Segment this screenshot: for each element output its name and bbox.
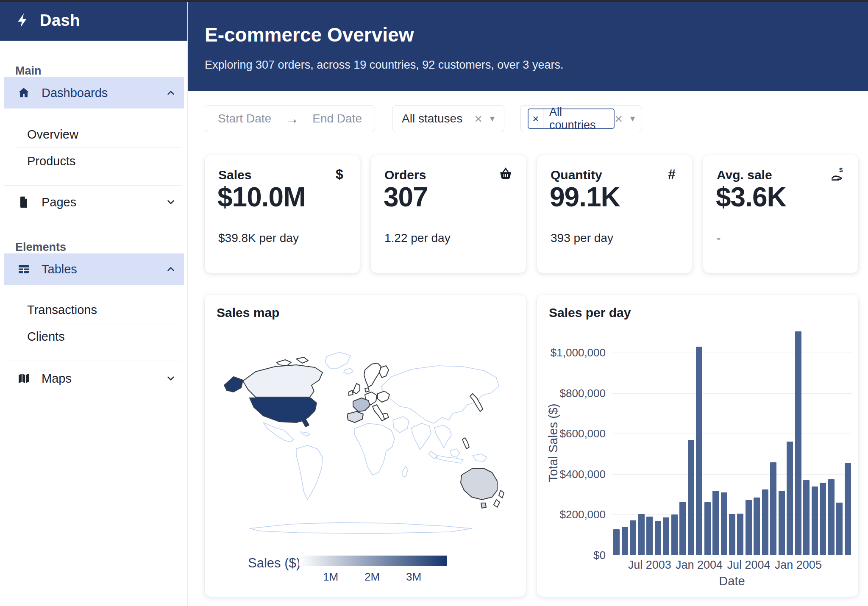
bar-2003-10[interactable] <box>671 514 678 555</box>
page-title: E-commerce Overview <box>205 23 414 46</box>
y-gridline <box>612 353 852 353</box>
bar-2005-01[interactable] <box>795 331 801 555</box>
clear-icon[interactable]: × <box>615 112 623 125</box>
bar-2003-12[interactable] <box>688 440 694 555</box>
sidebar-item-products[interactable]: Products <box>0 148 187 174</box>
sidebar-item-tables[interactable]: Tables <box>4 253 184 285</box>
sidebar-item-label: Transactions <box>27 303 97 317</box>
bar-2004-10[interactable] <box>770 462 776 555</box>
bar-2004-03[interactable] <box>712 491 719 555</box>
y-axis-title: Total Sales ($) <box>546 403 560 482</box>
bar-2004-06[interactable] <box>737 514 743 555</box>
kpi-label: Quantity <box>551 168 602 182</box>
page-header: E-commerce Overview Exploring 307 orders… <box>187 0 868 91</box>
sidebar-item-maps[interactable]: Maps <box>0 363 187 394</box>
app-logo[interactable]: Dash <box>0 0 187 41</box>
bar-2003-06[interactable] <box>638 514 645 555</box>
bar-2004-04[interactable] <box>721 492 727 555</box>
arctic-islands <box>277 360 291 366</box>
app-logo-text: Dash <box>40 11 80 30</box>
bar-2004-07[interactable] <box>746 500 752 555</box>
y-tick-label: $600,000 <box>560 427 606 440</box>
country-france <box>353 398 370 411</box>
start-date-input[interactable]: Start Date <box>218 112 271 125</box>
country-indonesia <box>436 456 463 463</box>
region-southeast-asia <box>434 425 451 448</box>
country-new-zealand <box>494 500 500 507</box>
chip-remove-icon[interactable]: × <box>529 109 543 128</box>
continent-antarctica <box>250 523 472 534</box>
sidebar-item-label: Maps <box>42 372 72 386</box>
map-icon <box>17 372 31 385</box>
bar-2005-06[interactable] <box>836 503 843 555</box>
bar-2003-11[interactable] <box>679 502 686 555</box>
kpi-card-sales: Sales $ $10.0M $39.8K per day <box>205 155 360 273</box>
end-date-input[interactable]: End Date <box>312 112 362 125</box>
sales-per-day-plot[interactable]: $0$200,000$400,000$600,000$800,000$1,000… <box>612 331 852 555</box>
country-greenland <box>325 352 351 368</box>
bar-2003-07[interactable] <box>646 517 653 555</box>
state-alaska <box>224 377 243 392</box>
bar-2005-02[interactable] <box>803 480 810 555</box>
country-india <box>412 423 431 450</box>
sidebar-item-clients[interactable]: Clients <box>0 323 187 350</box>
caret-down-icon[interactable]: ▾ <box>630 113 635 124</box>
x-tick-label: Jan 2004 <box>676 559 723 572</box>
date-range-picker[interactable]: Start Date → End Date <box>205 105 375 132</box>
sales-map-title: Sales map <box>217 306 279 320</box>
kpi-subtext: - <box>717 231 721 245</box>
lightning-icon <box>15 13 31 28</box>
window-top-edge <box>0 0 868 2</box>
sidebar-heading-main: Main <box>0 64 187 77</box>
bar-2005-07[interactable] <box>845 463 851 555</box>
sales-map-card: Sales map <box>205 295 526 597</box>
bar-2003-03[interactable] <box>613 529 620 555</box>
map-colorbar <box>299 556 447 566</box>
country-dropdown[interactable]: × All countries × ▾ <box>520 105 642 132</box>
caret-down-icon[interactable]: ▾ <box>490 113 495 124</box>
bar-2004-08[interactable] <box>754 498 760 555</box>
bar-2004-05[interactable] <box>729 514 735 556</box>
country-uk <box>353 384 360 394</box>
kpi-subtext: 1.22 per day <box>384 231 451 245</box>
bar-2005-05[interactable] <box>828 479 835 555</box>
sidebar-item-label: Overview <box>27 128 78 142</box>
x-axis-title: Date <box>719 574 745 588</box>
sidebar-item-label: Dashboards <box>42 86 108 100</box>
bar-2005-03[interactable] <box>812 486 818 555</box>
sidebar-item-transactions[interactable]: Transactions <box>0 297 187 323</box>
bar-2004-09[interactable] <box>762 489 768 555</box>
bar-2003-05[interactable] <box>630 520 636 555</box>
bar-2004-11[interactable] <box>779 491 785 555</box>
kpi-subtext: $39.8K per day <box>218 231 299 245</box>
country-iceland <box>344 368 353 374</box>
bar-2005-04[interactable] <box>820 483 826 555</box>
continent-africa <box>355 423 395 475</box>
dollar-icon: $ <box>332 166 347 181</box>
bar-2003-08[interactable] <box>655 521 661 555</box>
country-italy <box>373 405 385 421</box>
y-gridline <box>612 474 852 475</box>
country-australia <box>461 468 497 500</box>
bar-2004-01[interactable] <box>696 347 702 555</box>
bar-2003-09[interactable] <box>663 517 669 555</box>
status-dropdown[interactable]: All statuses × ▾ <box>392 105 504 132</box>
bar-2003-04[interactable] <box>622 527 628 555</box>
divider <box>4 185 181 186</box>
sidebar-item-dashboards[interactable]: Dashboards <box>4 77 184 108</box>
y-tick-label: $800,000 <box>560 386 606 400</box>
status-dropdown-value: All statuses <box>402 112 462 125</box>
page-icon <box>17 195 31 209</box>
y-tick-label: $1,000,000 <box>551 346 606 359</box>
sidebar-item-overview[interactable]: Overview <box>0 121 187 147</box>
bar-2004-02[interactable] <box>704 502 711 555</box>
kpi-label: Avg. sale <box>717 168 772 182</box>
bar-2004-12[interactable] <box>787 442 793 555</box>
sidebar-item-pages[interactable]: Pages <box>0 186 187 218</box>
sales-per-day-title: Sales per day <box>549 306 631 320</box>
clear-icon[interactable]: × <box>474 112 482 125</box>
world-choropleth-map[interactable] <box>213 345 517 539</box>
country-finland <box>379 366 389 378</box>
country-chip: × All countries <box>528 108 615 129</box>
continent-south-america <box>296 445 323 500</box>
